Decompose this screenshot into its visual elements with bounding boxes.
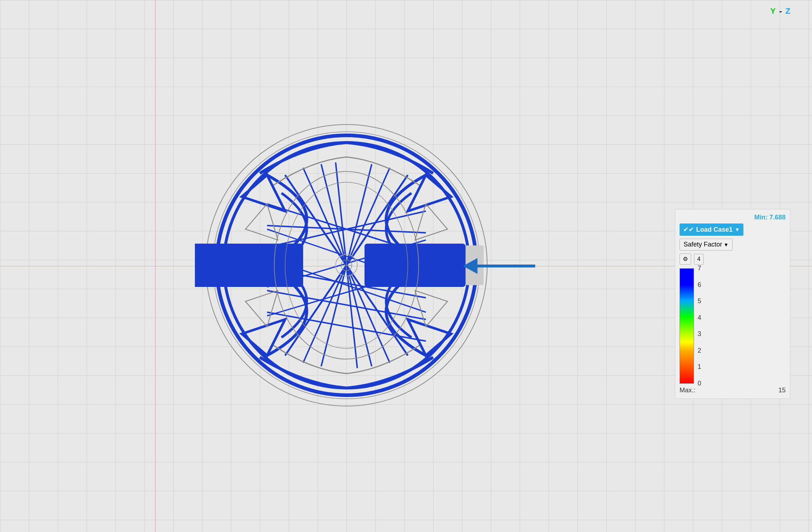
max-row: Max.: 15: [680, 387, 786, 394]
tick-4: 4: [698, 318, 701, 318]
legend-panel: Min: 7.688 ✔✔ Load Case1 ▼ Safety Factor…: [675, 209, 790, 399]
tick-6: 6: [698, 285, 701, 285]
tick-2: 2: [698, 350, 701, 351]
safety-factor-label: Safety Factor: [684, 241, 722, 248]
tick-5: 5: [698, 301, 701, 301]
z-axis-label: Z: [786, 6, 790, 16]
y-axis-label: Y: [770, 6, 776, 16]
dropdown-arrow-icon: ▼: [735, 227, 740, 232]
safety-factor-row: Safety Factor ▼: [680, 239, 786, 250]
color-bar: [680, 268, 694, 384]
tick-7: 7: [698, 268, 701, 269]
svg-rect-22: [364, 244, 466, 287]
svg-line-13: [267, 211, 426, 247]
tick-3: 3: [698, 334, 701, 334]
tick-0: 0: [698, 383, 701, 384]
min-label: Min: 7.688: [754, 214, 786, 221]
tick-1: 1: [698, 367, 701, 367]
load-case-row: ✔✔ Load Case1 ▼: [680, 223, 786, 236]
arrow-head: [463, 258, 477, 274]
load-case-button[interactable]: ✔✔ Load Case1 ▼: [680, 223, 743, 236]
edit-button[interactable]: 4: [694, 254, 704, 265]
force-arrow: [463, 258, 535, 274]
load-case-label: Load Case1: [696, 226, 733, 234]
safety-factor-button[interactable]: Safety Factor ▼: [680, 239, 733, 250]
max-label: Max.:: [680, 387, 695, 394]
settings-icon: ⚙: [683, 256, 688, 262]
arrow-line: [477, 265, 535, 267]
axis-labels: Y - Z: [770, 6, 790, 16]
color-scale: 7 6 5 4 3 2 1 0: [680, 268, 786, 384]
svg-line-15: [267, 291, 426, 319]
settings-button[interactable]: ⚙: [680, 253, 691, 265]
edit-icon: 4: [697, 256, 700, 262]
sf-dropdown-arrow-icon: ▼: [724, 242, 729, 248]
check-icon: ✔✔: [683, 226, 694, 234]
svg-line-16: [267, 312, 426, 341]
scale-ticks: 7 6 5 4 3 2 1 0: [698, 268, 701, 384]
vertical-axis: [155, 0, 156, 532]
tools-row: ⚙ 4: [680, 253, 786, 265]
max-value: 15: [778, 387, 786, 394]
svg-rect-21: [195, 244, 303, 287]
